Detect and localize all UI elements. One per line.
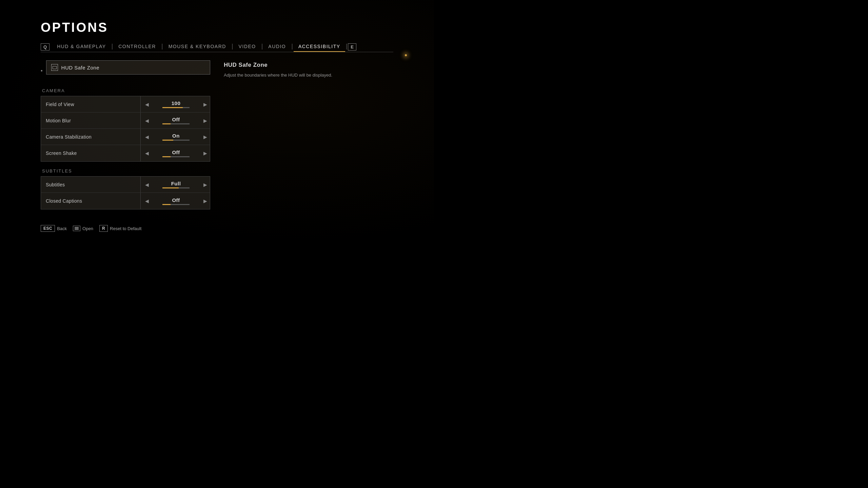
tab-audio[interactable]: AUDIO — [263, 42, 291, 52]
screen-shake-increase[interactable]: ▶ — [200, 145, 210, 161]
closed-captions-slider-track[interactable] — [162, 204, 190, 205]
camera-section-label: CAMERA — [42, 88, 210, 93]
closed-captions-decrease[interactable]: ◀ — [142, 193, 152, 209]
nav-sep-2: | — [161, 43, 163, 51]
divider-4 — [140, 145, 141, 161]
closed-captions-label: Closed Captions — [41, 198, 139, 204]
nav-sep-4: | — [261, 43, 263, 51]
motion-blur-row: Motion Blur ◀ Off ▶ — [41, 113, 210, 129]
field-of-view-row: Field of View ◀ 100 ▶ — [41, 96, 210, 113]
hud-safe-zone-item[interactable]: HUD Safe Zone — [46, 60, 210, 75]
left-panel: • HUD Safe Zone CAMERA Field of View ◀ — [41, 60, 210, 216]
subtitles-slider-fill — [162, 187, 179, 188]
list-bullet: • — [41, 68, 43, 74]
divider-3 — [140, 129, 141, 145]
subtitles-value: Full — [171, 181, 181, 186]
divider-2 — [140, 113, 141, 128]
screen-shake-slider-track[interactable] — [162, 156, 190, 157]
closed-captions-row: Closed Captions ◀ Off ▶ — [41, 193, 210, 209]
camera-stabilization-slider-track[interactable] — [162, 140, 190, 141]
subtitles-section-label: SUBTITLES — [42, 168, 210, 174]
nav-sep-5: | — [291, 43, 293, 51]
closed-captions-control: ◀ Off ▶ — [142, 193, 210, 209]
info-description: Adjust the boundaries where the HUD will… — [224, 72, 339, 79]
camera-settings-group: Field of View ◀ 100 ▶ — [41, 96, 210, 162]
camera-stabilization-value-area: On — [152, 133, 200, 141]
monitor-screen — [53, 66, 57, 69]
tab-accessibility[interactable]: ACCESSIBILITY — [294, 42, 345, 52]
field-of-view-increase[interactable]: ▶ — [200, 96, 210, 113]
field-of-view-value: 100 — [172, 100, 181, 106]
field-of-view-value-area: 100 — [152, 100, 200, 108]
nav-sep-1: | — [112, 43, 113, 51]
nav-key-right[interactable]: E — [348, 43, 356, 50]
subtitles-increase[interactable]: ▶ — [200, 177, 210, 193]
tab-mouse-keyboard[interactable]: MOUSE & KEYBOARD — [164, 42, 231, 52]
motion-blur-value-area: Off — [152, 117, 200, 124]
camera-stabilization-increase[interactable]: ▶ — [200, 129, 210, 145]
content-area: • HUD Safe Zone CAMERA Field of View ◀ — [41, 60, 393, 216]
closed-captions-value-area: Off — [152, 197, 200, 205]
nav-tabs: Q HUD & GAMEPLAY | CONTROLLER | MOUSE & … — [41, 42, 393, 52]
tab-video[interactable]: VIDEO — [234, 42, 261, 52]
subtitles-row: Subtitles ◀ Full ▶ — [41, 177, 210, 193]
camera-stabilization-row: Camera Stabilization ◀ On ▶ — [41, 129, 210, 145]
field-of-view-label: Field of View — [41, 102, 139, 107]
motion-blur-slider-fill — [162, 123, 171, 124]
divider-6 — [140, 193, 141, 209]
subtitles-decrease[interactable]: ◀ — [142, 177, 152, 193]
motion-blur-decrease[interactable]: ◀ — [142, 113, 152, 129]
subtitles-control: ◀ Full ▶ — [142, 177, 210, 193]
field-of-view-decrease[interactable]: ◀ — [142, 96, 152, 113]
divider-1 — [140, 96, 141, 112]
motion-blur-label: Motion Blur — [41, 118, 139, 123]
tab-hud-gameplay[interactable]: HUD & GAMEPLAY — [52, 42, 111, 52]
nav-sep-3: | — [232, 43, 233, 51]
right-panel: HUD Safe Zone Adjust the boundaries wher… — [224, 60, 393, 216]
nav-sep-6: | — [346, 43, 348, 51]
field-of-view-control: ◀ 100 ▶ — [142, 96, 210, 113]
hud-safe-zone-label: HUD Safe Zone — [61, 65, 99, 70]
screen-shake-slider-fill — [162, 156, 171, 157]
motion-blur-slider-track[interactable] — [162, 123, 190, 124]
info-title: HUD Safe Zone — [224, 62, 393, 68]
monitor-icon — [51, 64, 58, 71]
camera-stabilization-label: Camera Stabilization — [41, 134, 139, 140]
subtitles-label: Subtitles — [41, 182, 139, 187]
closed-captions-increase[interactable]: ▶ — [200, 193, 210, 209]
screen-shake-control: ◀ Off ▶ — [142, 145, 210, 161]
subtitles-settings-group: Subtitles ◀ Full ▶ — [41, 176, 210, 209]
camera-stabilization-slider-fill — [162, 140, 173, 141]
screen-shake-row: Screen Shake ◀ Off ▶ — [41, 145, 210, 161]
screen-shake-decrease[interactable]: ◀ — [142, 145, 152, 161]
camera-stabilization-decrease[interactable]: ◀ — [142, 129, 152, 145]
divider-5 — [140, 177, 141, 192]
subtitles-slider-track[interactable] — [162, 187, 190, 188]
screen-shake-value: Off — [172, 149, 180, 155]
field-of-view-slider-fill — [162, 107, 183, 108]
screen-shake-value-area: Off — [152, 149, 200, 157]
subtitles-value-area: Full — [152, 181, 200, 188]
camera-stabilization-control: ◀ On ▶ — [142, 129, 210, 145]
screen-shake-label: Screen Shake — [41, 150, 139, 156]
motion-blur-value: Off — [172, 117, 180, 122]
page-title: OPTIONS — [41, 20, 393, 35]
closed-captions-slider-fill — [162, 204, 171, 205]
motion-blur-increase[interactable]: ▶ — [200, 113, 210, 129]
field-of-view-slider-track[interactable] — [162, 107, 190, 108]
motion-blur-control: ◀ Off ▶ — [142, 113, 210, 129]
closed-captions-value: Off — [172, 197, 180, 203]
tab-controller[interactable]: CONTROLLER — [114, 42, 161, 52]
camera-stabilization-value: On — [172, 133, 180, 139]
nav-key-left[interactable]: Q — [41, 43, 50, 50]
